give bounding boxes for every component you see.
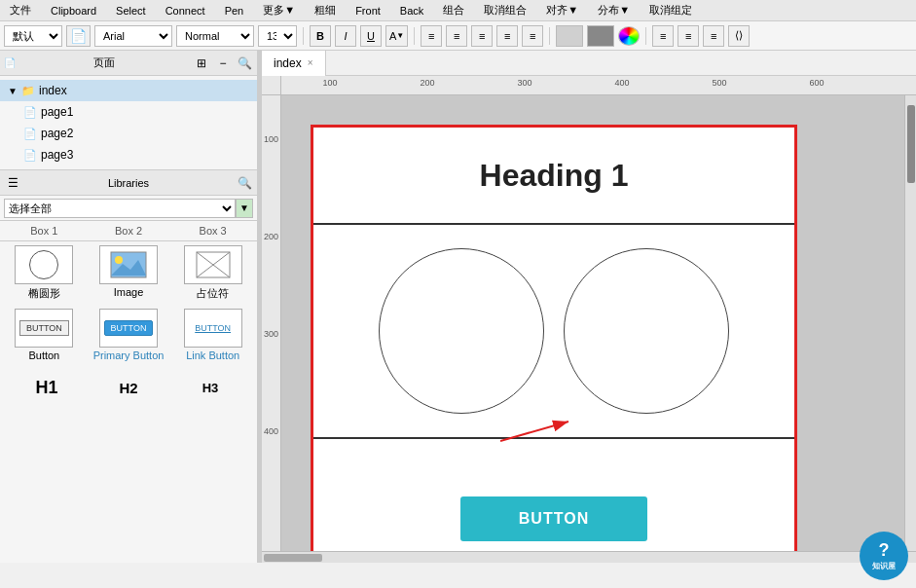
lib-item-circle[interactable]: 椭圆形 xyxy=(4,245,85,301)
ruler-corner xyxy=(262,76,281,95)
lib-item-placeholder[interactable]: 占位符 xyxy=(172,245,253,301)
align-center[interactable]: ≡ xyxy=(446,25,467,47)
stroke-color[interactable] xyxy=(587,25,614,47)
ruler-horizontal: 100 200 300 400 500 600 xyxy=(281,76,916,95)
lib-item-button[interactable]: BUTTON Button xyxy=(4,309,85,361)
lib-item-image[interactable]: Image xyxy=(89,245,169,301)
ruler-label-100: 100 xyxy=(322,78,337,88)
tree-item-page1[interactable]: 📄 page1 xyxy=(0,101,257,123)
lib-item-h2[interactable]: H2 xyxy=(90,373,167,402)
libraries-header: ☰ Libraries 🔍 xyxy=(0,170,257,196)
lib-h2-preview: H2 xyxy=(119,380,137,396)
tree-label-page2: page2 xyxy=(41,127,73,140)
lib-cat-2: Box 2 xyxy=(89,225,169,237)
lib-h1-box: H1 xyxy=(18,373,76,402)
ruler-v-label-300: 300 xyxy=(264,329,278,339)
wf-circle-right xyxy=(564,248,729,414)
menu-ungroup[interactable]: 取消组合 xyxy=(478,3,532,18)
menu-pen[interactable]: Pen xyxy=(219,5,250,17)
lib-h3-box: H3 xyxy=(181,373,239,402)
lib-buttons-row: BUTTON Button BUTTON Primary Button BUTT… xyxy=(4,309,253,361)
ruler-label-300: 300 xyxy=(517,78,531,88)
libraries-panel: ☰ Libraries 🔍 选择全部 ▼ Box 1 Box 2 Box 3 xyxy=(0,169,257,563)
lib-search-icon[interactable]: 🔍 xyxy=(236,174,253,192)
fill-color[interactable] xyxy=(556,25,583,47)
tree-item-page3[interactable]: 📄 page3 xyxy=(0,144,257,165)
lib-button-link-box: BUTTON xyxy=(184,309,242,348)
pages-delete-icon[interactable]: − xyxy=(214,55,232,72)
align-v[interactable]: ≡ xyxy=(522,25,543,47)
lib-image-label: Image xyxy=(114,286,144,298)
lib-categories: Box 1 Box 2 Box 3 xyxy=(0,221,257,241)
lib-button-link-label: Link Button xyxy=(186,349,239,361)
menu-file[interactable]: 文件 xyxy=(4,3,37,18)
wf-button[interactable]: BUTTON xyxy=(460,496,647,541)
menu-align[interactable]: 对齐▼ xyxy=(540,3,584,18)
menu-select[interactable]: Select xyxy=(110,5,152,17)
tree-label-page3: page3 xyxy=(41,148,73,162)
expand-btn[interactable]: ⟨⟩ xyxy=(728,25,750,47)
menu-front[interactable]: Front xyxy=(349,5,386,17)
ruler-label-600: 600 xyxy=(809,78,824,88)
tab-close-icon[interactable]: × xyxy=(308,57,313,68)
align-justify[interactable]: ≡ xyxy=(496,25,518,47)
style-select[interactable]: 默认 xyxy=(4,25,62,47)
tab-index[interactable]: index × xyxy=(262,51,326,76)
pages-add-icon[interactable]: ⊞ xyxy=(193,55,210,72)
tree-file-icon-page2: 📄 xyxy=(23,128,37,140)
font-select[interactable]: Arial xyxy=(94,25,172,47)
horizontal-scrollbar[interactable] xyxy=(262,551,916,563)
lib-menu-icon[interactable]: ☰ xyxy=(4,174,21,192)
color-picker[interactable] xyxy=(618,26,640,46)
lib-shapes-row: 椭圆形 Image xyxy=(4,245,253,301)
v-scroll-thumb[interactable] xyxy=(907,105,915,183)
menu-connect[interactable]: Connect xyxy=(160,5,211,17)
menu-ungroup2[interactable]: 取消组定 xyxy=(643,3,698,18)
lib-item-h1[interactable]: H1 xyxy=(8,373,86,402)
vertical-scrollbar[interactable] xyxy=(904,95,916,551)
lib-item-h3[interactable]: H3 xyxy=(171,373,249,402)
italic-button[interactable]: I xyxy=(335,25,356,47)
lib-button-link-preview: BUTTON xyxy=(189,321,237,335)
lib-category-select[interactable]: 选择全部 xyxy=(4,199,236,218)
weight-select[interactable]: Normal xyxy=(176,25,254,47)
line-style1[interactable]: ≡ xyxy=(652,25,674,47)
menu-stroke[interactable]: 粗细 xyxy=(309,3,342,18)
menu-more[interactable]: 更多▼ xyxy=(257,3,301,18)
menu-back[interactable]: Back xyxy=(394,5,429,17)
toolbar2: 默认 📄 Arial Normal 13 B I U A▼ ≡ ≡ ≡ ≡ ≡ … xyxy=(0,21,916,51)
watermark-icon: ? xyxy=(872,540,896,561)
pages-panel: 📄 页面 ⊞ − 🔍 ▼ 📁 index 📄 page1 xyxy=(0,51,257,169)
align-left[interactable]: ≡ xyxy=(421,25,442,47)
canvas-viewport[interactable]: Heading 1 BUTTON xyxy=(281,95,904,551)
lib-dropdown-btn[interactable]: ▼ xyxy=(236,199,253,218)
placeholder-preview-svg xyxy=(196,251,231,278)
pages-search-icon[interactable]: 🔍 xyxy=(236,55,253,72)
image-preview-svg xyxy=(109,250,148,279)
separator1 xyxy=(303,27,304,45)
menu-group[interactable]: 组合 xyxy=(437,3,470,18)
tree-item-index[interactable]: ▼ 📁 index xyxy=(0,80,257,101)
toolbar-icon1[interactable]: 📄 xyxy=(66,25,91,47)
lib-h1-preview: H1 xyxy=(35,378,57,398)
lib-image-box xyxy=(99,245,158,284)
lib-circle-label: 椭圆形 xyxy=(28,286,60,301)
bold-button[interactable]: B xyxy=(310,25,331,47)
line-style3[interactable]: ≡ xyxy=(703,25,724,47)
ruler-h-ticks: 100 200 300 400 500 600 xyxy=(281,76,916,94)
font-color-button[interactable]: A▼ xyxy=(385,25,408,47)
h-scroll-thumb[interactable] xyxy=(264,554,322,562)
lib-item-link-button[interactable]: BUTTON Link Button xyxy=(172,309,253,361)
size-select[interactable]: 13 xyxy=(258,25,297,47)
menu-clipboard[interactable]: Clipboard xyxy=(45,5,102,17)
line-style2[interactable]: ≡ xyxy=(678,25,699,47)
lib-button-primary-label: Primary Button xyxy=(93,349,165,361)
menu-distribute[interactable]: 分布▼ xyxy=(592,3,636,18)
align-right[interactable]: ≡ xyxy=(471,25,493,47)
tree-item-page2[interactable]: 📄 page2 xyxy=(0,123,257,144)
watermark: ? 知识屋 xyxy=(860,532,908,580)
underline-button[interactable]: U xyxy=(360,25,382,47)
canvas-page: Heading 1 BUTTON xyxy=(311,125,797,551)
lib-item-primary-button[interactable]: BUTTON Primary Button xyxy=(89,309,169,361)
lib-h3-preview: H3 xyxy=(202,381,219,395)
